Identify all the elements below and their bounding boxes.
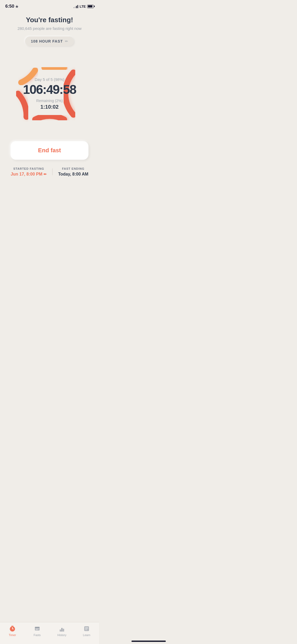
- remaining-time: 1:10:02: [23, 104, 76, 110]
- timer-center: Day 5 of 5 (98%) 106:49:58 Remaining (2%…: [23, 77, 76, 110]
- main-content: You're fasting! 280,645 people are fasti…: [0, 11, 99, 182]
- edit-fast-icon[interactable]: ✏: [65, 39, 68, 43]
- edit-start-icon[interactable]: ✏: [44, 172, 47, 176]
- status-time: 6:50: [5, 4, 14, 9]
- status-icons: LTE: [73, 4, 94, 8]
- arc-segment-2: [35, 116, 64, 119]
- remaining-label: Remaining (2%): [23, 99, 76, 103]
- fasting-info: STARTED FASTING Jun 17, 8:00 PM ✏ FAST E…: [5, 167, 94, 177]
- info-divider: [52, 168, 53, 175]
- arc-segment-4: [44, 68, 64, 69]
- location-icon: [15, 5, 18, 8]
- started-fasting-block: STARTED FASTING Jun 17, 8:00 PM ✏: [11, 167, 47, 177]
- elapsed-time: 106:49:58: [23, 83, 76, 96]
- ending-value: Today, 8:00 AM: [58, 172, 88, 177]
- community-count: 280,645 people are fasting right now: [17, 26, 82, 31]
- status-bar: 6:50 LTE: [0, 0, 99, 11]
- lte-label: LTE: [79, 4, 86, 8]
- fast-type-label: 108 HOUR FAST: [31, 39, 63, 43]
- started-value: Jun 17, 8:00 PM ✏: [11, 172, 47, 177]
- end-fast-button[interactable]: End fast: [11, 141, 88, 160]
- signal-icon: [73, 4, 78, 8]
- fast-type-pill[interactable]: 108 HOUR FAST ✏: [25, 36, 74, 46]
- ending-label: FAST ENDING: [58, 167, 88, 170]
- started-label: STARTED FASTING: [11, 167, 47, 170]
- circle-timer: Day 5 of 5 (98%) 106:49:58 Remaining (2%…: [10, 54, 89, 133]
- fast-ending-block: FAST ENDING Today, 8:00 AM: [58, 167, 88, 177]
- battery-icon: [87, 5, 94, 8]
- page-title: You're fasting!: [26, 16, 73, 24]
- day-progress: Day 5 of 5 (98%): [23, 77, 76, 82]
